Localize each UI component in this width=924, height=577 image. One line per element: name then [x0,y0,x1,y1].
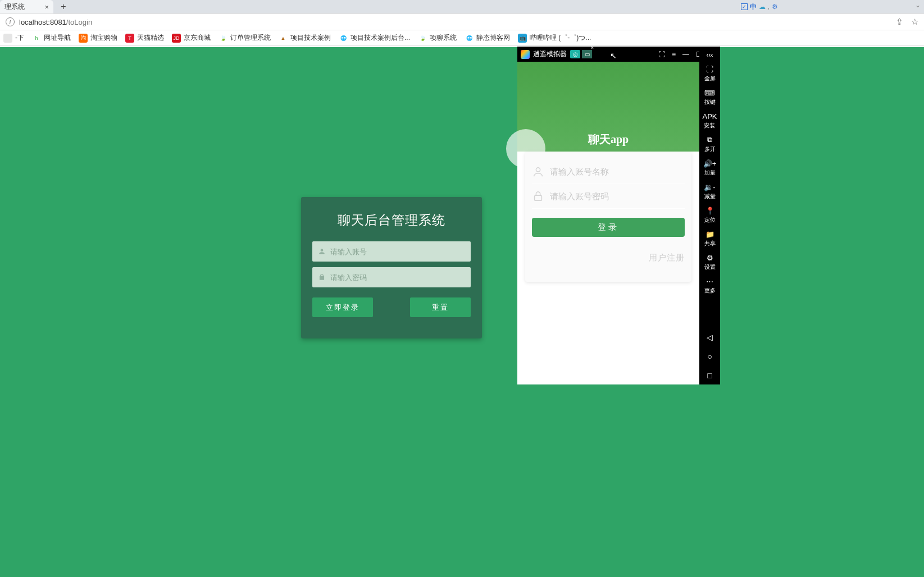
side-icon: APK [702,112,717,121]
app-username-input[interactable] [550,167,685,176]
reset-button[interactable]: 重置 [410,297,471,317]
favorite-icon[interactable]: ☆ [911,17,918,27]
bookmark-item[interactable]: JD京东商城 [172,33,211,43]
fullscreen-icon[interactable]: ⛶ [658,51,665,58]
side-label: 加量 [704,169,716,177]
bookmark-bar: -下h网址导航淘淘宝购物T天猫精选JD京东商城🍃订单管理系统▲项目技术案例🌐项目… [0,30,924,46]
bookmark-icon: 淘 [79,34,88,43]
app-password-field[interactable] [532,184,685,209]
bookmark-label: 网址导航 [44,33,71,43]
bookmark-icon: 📺 [518,34,527,43]
collapse-icon[interactable]: ‹‹‹ [699,51,720,59]
site-info-icon[interactable]: i [6,17,15,26]
url-display[interactable]: localhost:8081/toLogin [19,18,92,26]
bookmark-icon: T [125,34,134,43]
emulator-sidebar: ‹‹‹ ⛶全屏⌨按键APK安装⧉多开🔊+加量🔉-减量📍定位📁共享⚙设置⋯更多 ◁… [699,47,720,384]
emulator-window: 逍遥模拟器 ◎ ▭ ↖ ⛶ ≡ — ☐ ✕ 聊天app 登录 [517,47,720,384]
side-icon: 📁 [705,230,714,239]
side-icon: ⛶ [706,65,713,74]
password-field[interactable] [312,267,471,287]
side-icon: 🔉- [704,182,715,191]
minimize-icon[interactable]: — [682,51,689,58]
bookmark-item[interactable]: h网址导航 [32,33,71,43]
bookmark-icon: 🍃 [219,34,227,43]
app-title: 聊天app [517,132,699,147]
password-input[interactable] [330,273,465,282]
gear-icon[interactable]: ⚙ [772,3,778,11]
app-login-button[interactable]: 登录 [532,218,685,237]
side-label: 设置 [704,263,716,271]
emulator-side-item[interactable]: ⚙设置 [704,252,716,272]
emulator-title: 逍遥模拟器 [533,49,567,59]
system-tray: ✓ 中 ☁ , ⚙ [741,0,778,13]
bookmark-icon: JD [172,34,181,43]
bookmark-label: 天猫精选 [137,33,164,43]
bookmark-item[interactable]: 淘淘宝购物 [79,33,117,43]
account-field[interactable] [312,241,471,262]
svg-rect-1 [535,195,542,200]
android-home-icon[interactable]: ○ [707,352,712,361]
bookmark-item[interactable]: 📺哔哩哔哩 (゜-゜)つ... [518,33,591,43]
bookmark-item[interactable]: T天猫精选 [125,33,164,43]
menu-icon[interactable]: ≡ [672,51,676,58]
emulator-tab-b[interactable]: ▭ [582,50,592,58]
app-password-input[interactable] [550,191,685,201]
login-card: 聊天后台管理系统 立即登录 重置 [301,197,482,338]
bookmark-item[interactable]: 🍃订单管理系统 [219,33,271,43]
side-label: 全屏 [704,75,716,83]
emulator-tab-a[interactable]: ◎ [570,50,580,58]
login-title: 聊天后台管理系统 [312,212,471,229]
emulator-side-item[interactable]: ⌨按键 [704,87,716,107]
bookmark-label: 京东商城 [184,33,211,43]
login-button[interactable]: 立即登录 [312,297,373,317]
lock-icon [318,273,326,281]
bookmark-item[interactable]: 🍃项聊系统 [418,33,457,43]
bookmark-label: 项目技术案例 [290,33,331,43]
side-icon: 🔊+ [703,159,717,168]
bookmark-item[interactable]: 🌐项目技术案例后台... [339,33,410,43]
app-register-link[interactable]: 用户注册 [532,253,685,263]
emulator-logo-icon [521,50,530,59]
browser-tab[interactable]: 理系统 × [0,0,53,13]
separator-icon: , [768,3,770,11]
emulator-side-item[interactable]: APK安装 [702,111,717,131]
android-recents-icon[interactable]: □ [707,371,712,380]
side-icon: 📍 [705,206,714,215]
emulator-titlebar[interactable]: 逍遥模拟器 ◎ ▭ ↖ ⛶ ≡ — ☐ ✕ [517,47,720,62]
bookmark-label: -下 [15,33,24,43]
side-label: 共享 [704,240,716,248]
bookmark-label: 静态博客网 [476,33,510,43]
share-icon[interactable]: ⇪ [896,17,903,27]
side-label: 减量 [704,193,716,200]
side-icon: ⋯ [706,277,713,286]
emulator-side-item[interactable]: 🔊+加量 [703,158,717,178]
user-icon [532,166,544,178]
emulator-side-item[interactable]: 📍定位 [704,205,716,225]
emulator-side-item[interactable]: ⋯更多 [704,276,716,296]
bookmark-icon [3,34,12,43]
close-icon[interactable]: × [44,3,49,11]
side-icon: ⧉ [707,135,712,144]
new-tab-button[interactable]: + [57,1,70,12]
emulator-side-item[interactable]: ⧉多开 [704,134,716,154]
app-login-form: 登录 用户注册 [525,152,691,282]
bookmark-icon: h [32,34,41,43]
bookmark-icon: 🍃 [418,34,427,43]
side-icon: ⌨ [704,88,715,97]
tab-title: 理系统 [4,2,25,12]
app-username-field[interactable] [532,159,685,184]
ime-indicator[interactable]: 中 [750,2,757,12]
emulator-side-item[interactable]: 📁共享 [704,228,716,249]
bookmark-label: 哔哩哔哩 (゜-゜)つ... [530,33,591,43]
bookmark-item[interactable]: ▲项目技术案例 [279,33,331,43]
android-back-icon[interactable]: ◁ [707,333,713,342]
side-label: 更多 [704,287,716,295]
bookmark-item[interactable]: -下 [3,33,24,43]
emulator-side-item[interactable]: 🔉-减量 [704,181,715,202]
chevron-down-icon[interactable]: ⌄ [915,1,921,9]
account-input[interactable] [330,248,465,256]
bookmark-label: 项目技术案例后台... [351,33,410,43]
bookmark-label: 订单管理系统 [230,33,271,43]
emulator-side-item[interactable]: ⛶全屏 [704,63,716,84]
bookmark-item[interactable]: 🌐静态博客网 [465,33,510,43]
